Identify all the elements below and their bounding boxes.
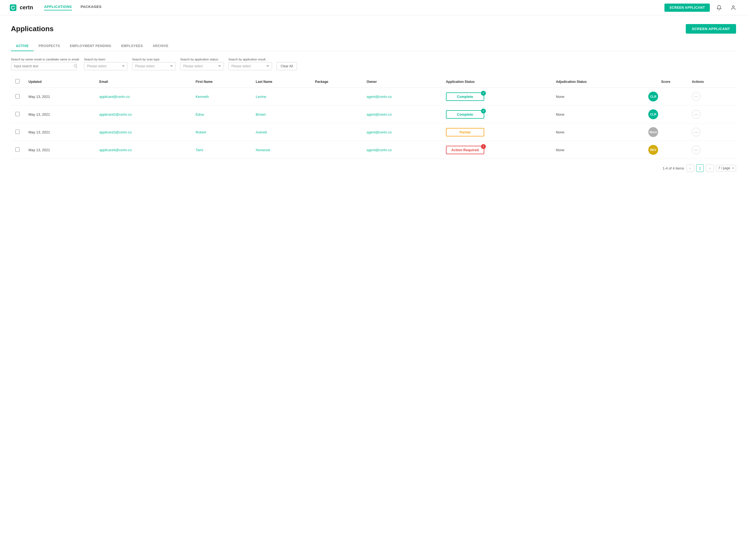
row-checkbox[interactable]	[15, 94, 20, 98]
prev-page-button[interactable]: ‹	[686, 164, 694, 172]
row-score-cell: REV	[644, 141, 687, 159]
profile-button[interactable]	[728, 3, 738, 12]
row-checkbox-cell	[11, 141, 24, 159]
nav-links: APPLICATIONS PACKAGES	[44, 5, 102, 10]
pagination: 1-4 of 4 items ‹ 1 › 7 / page	[11, 164, 736, 172]
current-page[interactable]: 1	[696, 164, 704, 172]
row-package	[311, 105, 362, 123]
col-adj-status: Adjudication Status	[551, 76, 644, 88]
svg-line-2	[76, 67, 77, 67]
row-last-name[interactable]: Levine	[251, 88, 311, 105]
row-email[interactable]: applicant3@certn.co	[95, 123, 191, 141]
row-last-name[interactable]: Averett	[251, 123, 311, 141]
exclaim-badge: !	[481, 144, 486, 149]
row-email[interactable]: applicant@certn.co	[95, 88, 191, 105]
row-adj-status: None	[551, 88, 644, 105]
app-status-badge[interactable]: Action Required !	[446, 146, 484, 154]
row-package	[311, 88, 362, 105]
nav-link-packages[interactable]: PACKAGES	[81, 5, 102, 10]
score-badge: None	[648, 127, 658, 137]
app-status-filter-group: Search by application status: Please sel…	[180, 58, 224, 70]
row-app-status-cell: Partial	[442, 123, 551, 141]
row-checkbox[interactable]	[15, 147, 20, 152]
app-result-filter-group: Search by application result: Please sel…	[228, 58, 272, 70]
col-package: Package	[311, 76, 362, 88]
row-checkbox-cell	[11, 105, 24, 123]
col-app-status: Application Status	[442, 76, 551, 88]
table: Updated Email First Name Last Name Packa…	[11, 76, 736, 159]
clear-all-button[interactable]: Clear All	[277, 62, 297, 70]
row-actions-button[interactable]: ⋯	[692, 128, 700, 136]
app-status-badge[interactable]: Complete ✓	[446, 110, 484, 119]
row-actions-button[interactable]: ⋯	[692, 110, 700, 119]
logo: certn	[9, 3, 33, 12]
tab-prospects[interactable]: PROSPECTS	[34, 41, 65, 51]
notifications-button[interactable]	[714, 3, 724, 12]
navbar-right: SCREEN APPLICANT	[664, 3, 738, 12]
page-title: Applications	[11, 25, 54, 33]
svg-point-0	[732, 5, 735, 7]
row-last-name[interactable]: Brown	[251, 105, 311, 123]
select-all-header	[11, 76, 24, 88]
row-checkbox[interactable]	[15, 112, 20, 116]
row-updated: May 13, 2021	[24, 123, 95, 141]
row-owner[interactable]: agent@certn.co	[362, 141, 442, 159]
certn-logo-icon	[9, 3, 18, 12]
nav-link-applications[interactable]: APPLICATIONS	[44, 5, 72, 10]
col-updated: Updated	[24, 76, 95, 88]
app-status-label: Search by application status:	[180, 58, 224, 61]
row-checkbox[interactable]	[15, 130, 20, 134]
row-owner[interactable]: agent@certn.co	[362, 123, 442, 141]
row-first-name[interactable]: Tami	[191, 141, 251, 159]
filters: Search by owner email or candidate name …	[11, 58, 736, 70]
page-header: Applications SCREEN APPLICANT	[11, 24, 736, 34]
table-row: May 13, 2021 applicant3@certn.co Robert …	[11, 123, 736, 141]
row-adj-status: None	[551, 123, 644, 141]
check-badge: ✓	[481, 108, 486, 113]
row-actions-button[interactable]: ⋯	[692, 92, 700, 101]
row-actions-cell: ⋯	[687, 141, 736, 159]
row-updated: May 13, 2021	[24, 88, 95, 105]
team-label: Search by team:	[84, 58, 128, 61]
scan-type-filter-group: Search by scan type: Please select	[132, 58, 176, 70]
search-button[interactable]	[74, 64, 77, 69]
team-filter-group: Search by team: Please select	[84, 58, 128, 70]
search-input[interactable]	[11, 62, 77, 70]
row-last-name[interactable]: Norwood	[251, 141, 311, 159]
app-status-badge[interactable]: Partial	[446, 128, 484, 136]
tabs: ACTIVE PROSPECTS EMPLOYMENT PENDING EMPL…	[11, 41, 736, 51]
row-checkbox-cell	[11, 123, 24, 141]
row-actions-cell: ⋯	[687, 105, 736, 123]
scan-type-select[interactable]: Please select	[132, 62, 176, 70]
col-actions: Actions	[687, 76, 736, 88]
next-page-button[interactable]: ›	[706, 164, 714, 172]
search-wrap	[11, 62, 80, 70]
app-status-select[interactable]: Please select	[180, 62, 224, 70]
tab-employment-pending[interactable]: EMPLOYMENT PENDING	[65, 41, 117, 51]
screen-applicant-button[interactable]: SCREEN APPLICANT	[686, 24, 736, 34]
row-owner[interactable]: agent@certn.co	[362, 88, 442, 105]
row-email[interactable]: applicant2@certn.co	[95, 105, 191, 123]
team-select[interactable]: Please select	[84, 62, 128, 70]
col-owner: Owner	[362, 76, 442, 88]
app-status-badge[interactable]: Complete ✓	[446, 93, 484, 101]
app-result-select[interactable]: Please select	[228, 62, 272, 70]
select-all-checkbox[interactable]	[15, 79, 20, 83]
row-email[interactable]: applicant4@certn.co	[95, 141, 191, 159]
tab-active[interactable]: ACTIVE	[11, 41, 34, 51]
per-page-select[interactable]: 7 / page	[716, 165, 736, 172]
nav-screen-applicant-button[interactable]: SCREEN APPLICANT	[664, 4, 710, 12]
tab-employees[interactable]: EMPLOYEES	[116, 41, 148, 51]
row-adj-status: None	[551, 141, 644, 159]
row-first-name[interactable]: Edna	[191, 105, 251, 123]
row-first-name[interactable]: Robert	[191, 123, 251, 141]
score-badge: CLR	[648, 109, 658, 119]
table-row: May 13, 2021 applicant2@certn.co Edna Br…	[11, 105, 736, 123]
row-actions-button[interactable]: ⋯	[692, 146, 700, 154]
col-score: Score	[644, 76, 687, 88]
tab-archive[interactable]: ARCHIVE	[148, 41, 173, 51]
scan-type-label: Search by scan type:	[132, 58, 176, 61]
row-owner[interactable]: agent@certn.co	[362, 105, 442, 123]
row-first-name[interactable]: Kenneth	[191, 88, 251, 105]
app-result-label: Search by application result:	[228, 58, 272, 61]
